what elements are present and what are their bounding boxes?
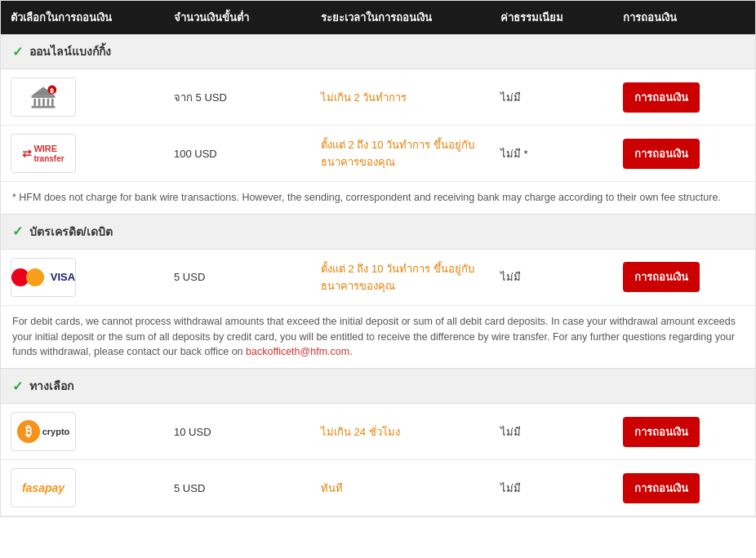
section-online-banking-label: ออนไลน์แบงก์กิ้ง [29, 42, 111, 60]
svg-rect-3 [42, 99, 45, 106]
table-row: ⇄ WIRE transfer 100 USD ตั้งแต่ 2 ถึง 10… [1, 126, 755, 182]
fasapay-pay-text: pay [45, 481, 64, 494]
svg-rect-1 [33, 99, 36, 106]
crypto-withdraw-cell: การถอนเงิน [623, 417, 745, 447]
visa-time: ตั้งแต่ 2 ถึง 10 วันทำการ ขึ้นอยู่กับธนา… [321, 260, 500, 294]
crypto-logo: ₿ crypto [17, 420, 70, 443]
header-col3: ระยะเวลาในการถอนเงิน [321, 9, 500, 26]
section-alternatives-label: ทางเลือก [29, 377, 73, 395]
mastercard-visa-logo: VISA [11, 268, 75, 286]
header-col1: ตัวเลือกในการถอนเงิน [11, 9, 174, 26]
visa-text: VISA [51, 271, 75, 283]
svg-text:฿: ฿ [50, 87, 54, 95]
bank-withdraw-button[interactable]: การถอนเงิน [623, 82, 700, 113]
visa-withdraw-button[interactable]: การถอนเงิน [623, 262, 700, 292]
table-row: ₿ crypto 10 USD ไม่เกิน 24 ชั่วโมง ไม่มี… [1, 404, 755, 460]
header-col2: จำนวนเงินขั้นต่ำ [174, 9, 321, 26]
bank-icon: ฿ [29, 82, 58, 112]
check-icon-2: ✓ [12, 224, 23, 239]
crypto-withdraw-button[interactable]: การถอนเงิน [623, 417, 700, 447]
bank-logo-box: ฿ [11, 78, 76, 117]
section-online-banking: ✓ ออนไลน์แบงก์กิ้ง [1, 34, 755, 69]
bank-withdraw-cell: การถอนเงิน [623, 82, 745, 113]
fasapay-time: ทันที [321, 480, 500, 497]
wire-logo-box: ⇄ WIRE transfer [11, 134, 76, 173]
svg-rect-2 [38, 99, 41, 106]
fasapay-logo-cell: fasapay [11, 468, 174, 507]
crypto-logo-cell: ₿ crypto [11, 412, 174, 451]
table-row: ฿ จาก 5 USD ไม่เกิน 2 วันทำการ ไม่มี การ… [1, 69, 755, 126]
crypto-fee: ไม่มี [500, 423, 623, 441]
section-alternatives: ✓ ทางเลือก [1, 369, 755, 404]
fasapay-logo: fasapay [22, 481, 64, 494]
crypto-time: ไม่เกิน 24 ชั่วโมง [321, 423, 500, 441]
crypto-logo-box: ₿ crypto [11, 412, 76, 451]
svg-rect-4 [47, 99, 50, 106]
crypto-label: crypto [42, 427, 70, 436]
fasapay-amount: 5 USD [174, 482, 321, 494]
wire-logo-cell: ⇄ WIRE transfer [11, 134, 174, 173]
svg-rect-5 [51, 99, 54, 106]
wire-fee: ไม่มี * [500, 145, 623, 162]
bank-fee: ไม่มี [500, 89, 623, 106]
fasapay-fee: ไม่มี [500, 480, 623, 497]
header-col4: ค่าธรรมเนียม [500, 9, 623, 26]
section-credit-debit: ✓ บัตรเครดิต/เดบิต [1, 215, 755, 250]
crypto-icon: ₿ [17, 420, 40, 443]
check-icon-3: ✓ [12, 379, 23, 394]
credit-debit-note: For debit cards, we cannot process withd… [1, 306, 755, 369]
mastercard-yellow-circle [26, 268, 44, 286]
wire-withdraw-cell: การถอนเงิน [623, 139, 745, 169]
fasapay-fasa-text: fasa [22, 481, 45, 494]
visa-amount: 5 USD [174, 271, 321, 283]
table-header: ตัวเลือกในการถอนเงิน จำนวนเงินขั้นต่ำ ระ… [1, 1, 755, 34]
fasapay-withdraw-cell: การถอนเงิน [623, 473, 745, 503]
visa-logo-cell: VISA [11, 258, 174, 297]
check-icon: ✓ [12, 44, 23, 60]
bank-logo-cell: ฿ [11, 78, 174, 117]
wire-time: ตั้งแต่ 2 ถึง 10 วันทำการ ขึ้นอยู่กับธนา… [321, 136, 500, 170]
header-col5: การถอนเงิน [623, 9, 745, 26]
section-credit-debit-label: บัตรเครดิต/เดบิต [29, 223, 113, 241]
svg-rect-6 [32, 106, 56, 108]
table-row: VISA 5 USD ตั้งแต่ 2 ถึง 10 วันทำการ ขึ้… [1, 250, 755, 306]
visa-withdraw-cell: การถอนเงิน [623, 262, 745, 292]
bank-amount: จาก 5 USD [174, 89, 321, 106]
wire-amount: 100 USD [174, 148, 321, 160]
wire-arrow-icon: ⇄ [22, 147, 32, 160]
fasapay-withdraw-button[interactable]: การถอนเงิน [623, 473, 700, 503]
online-banking-note: * HFM does not charge for bank wire tran… [1, 182, 755, 215]
wire-withdraw-button[interactable]: การถอนเงิน [623, 139, 700, 169]
visa-fee: ไม่มี [500, 268, 623, 286]
visa-logo-box: VISA [11, 258, 76, 297]
email-link[interactable]: backofficeth@hfm.com [246, 346, 349, 357]
crypto-amount: 10 USD [174, 426, 321, 438]
svg-rect-0 [32, 95, 56, 98]
wire-logo: ⇄ WIRE transfer [22, 144, 64, 162]
bank-time: ไม่เกิน 2 วันทำการ [321, 89, 500, 106]
table-row: fasapay 5 USD ทันที ไม่มี การถอนเงิน [1, 460, 755, 516]
fasapay-logo-box: fasapay [11, 468, 76, 507]
